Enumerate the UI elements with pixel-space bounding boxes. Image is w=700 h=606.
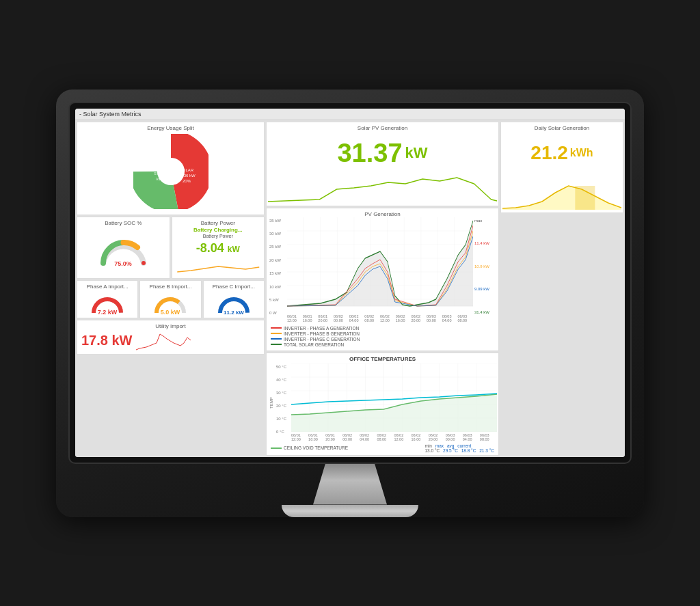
phase-c-title: Phase C Import...: [205, 282, 262, 290]
daily-solar-panel: Daily Solar Generation 21.2 kWh: [500, 122, 623, 213]
screen-bezel: - Solar System Metrics Energy Usage Spli…: [68, 102, 632, 464]
pv-generation-panel: PV Generation 35 kW 30 kW 25 kW 20 kW 15…: [266, 208, 499, 351]
office-temps-legend: CEILING VOID TEMPERATURE: [271, 445, 348, 450]
center-column: Solar PV Generation 31.37 kW: [266, 122, 499, 456]
pie-chart: LOAD 57.64 kW SOLAR 22.36 kW 20%: [133, 134, 208, 209]
phase-c-value: 11.2 kW: [224, 309, 244, 315]
battery-power-subtitle: Battery Power: [174, 234, 263, 238]
pie-label-solar: SOLAR: [179, 168, 193, 172]
solar-pv-panel: Solar PV Generation 31.37 kW: [266, 122, 499, 206]
office-temps-stats: min max avg current 13.0 °C 29.5 °C 18.8…: [425, 443, 495, 453]
pie-percent-solar: 20%: [182, 179, 191, 183]
legend-row-c: INVERTER - PHASE C GENERATION: [271, 337, 494, 342]
daily-solar-mini-chart: [502, 176, 621, 210]
pv-gen-x-axis: 06/01 12:00 06/01 16:00 06/01 20:00 06/0…: [287, 314, 473, 324]
monitor: - Solar System Metrics Energy Usage Spli…: [56, 89, 644, 517]
battery-power-panel: Battery Power Battery Charging... Batter…: [172, 217, 265, 279]
header-title: - Solar System Metrics: [79, 111, 142, 118]
battery-soc-title: Battery SOC %: [79, 219, 168, 226]
phase-row: Phase A Import... 7.2 kW: [77, 280, 265, 318]
phase-c-panel: Phase C Import... 11.2 kW: [203, 280, 265, 318]
pie-label-load: LOAD: [153, 166, 165, 170]
phase-b-panel: Phase B Import... 5.0 kW: [139, 280, 201, 318]
dashboard-header: - Solar System Metrics: [75, 109, 625, 120]
daily-solar-unit: kWh: [570, 147, 593, 159]
pie-value-load: 57.64: [154, 171, 165, 176]
battery-mini-chart: [174, 258, 263, 275]
energy-usage-split-panel: Energy Usage Split LOAD 57.64: [77, 122, 265, 215]
right-column: Daily Solar Generation 21.2 kWh: [500, 122, 623, 456]
pv-gen-y-axis: 35 kW 30 kW 25 kW 20 kW 15 kW 10 kW 5 kW…: [268, 217, 287, 324]
phase-a-value: 7.2 kW: [98, 309, 118, 315]
office-temps-panel: OFFICE TEMPERATURES TEMP 50 °C 40 °C 30 …: [266, 353, 499, 456]
monitor-stand: [309, 464, 391, 505]
monitor-base: [282, 505, 418, 517]
phase-b-value: 5.0 kW: [161, 309, 180, 315]
phase-c-gauge: 11.2 kW: [217, 291, 250, 315]
solar-pv-value: 31.37: [337, 139, 402, 168]
battery-row: Battery SOC %: [77, 217, 265, 279]
legend-row-a: INVERTER - PHASE A GENERATION: [271, 326, 494, 331]
solar-pv-title: Solar PV Generation: [268, 124, 497, 131]
battery-soc-panel: Battery SOC %: [77, 217, 170, 279]
daily-solar-title: Daily Solar Generation: [502, 124, 621, 131]
office-temps-title: OFFICE TEMPERATURES: [268, 355, 497, 363]
office-temps-x-axis: 06/01 12:00 06/01 16:00 06/01 20:00 06/0…: [291, 433, 497, 443]
battery-charging-status: Battery Charging...: [174, 226, 263, 234]
svg-point-0: [142, 261, 146, 265]
battery-power-value: -8.04 kW: [174, 238, 263, 258]
phase-a-panel: Phase A Import... 7.2 kW: [77, 280, 138, 318]
dashboard: - Solar System Metrics Energy Usage Spli…: [75, 109, 625, 457]
office-temps-footer: CEILING VOID TEMPERATURE min max avg cur…: [268, 443, 497, 454]
utility-import-value: 17.8 kW: [81, 333, 132, 348]
left-column: Energy Usage Split LOAD 57.64: [77, 122, 265, 456]
pv-gen-title: PV Generation: [268, 210, 497, 217]
utility-import-title: Utility Import: [79, 322, 262, 329]
legend-row-b: INVERTER - PHASE B GENERATION: [271, 331, 494, 336]
phase-a-gauge: 7.2 kW: [91, 291, 124, 315]
office-temps-chart: [291, 363, 497, 432]
solar-pv-mini-chart: [268, 176, 497, 203]
solar-pv-unit: kW: [405, 144, 428, 162]
pv-gen-legend: INVERTER - PHASE A GENERATION INVERTER -…: [268, 324, 497, 349]
phase-a-title: Phase A Import...: [79, 282, 136, 290]
utility-import-panel: Utility Import 17.8 kW: [77, 320, 265, 355]
battery-soc-gauge: 75.0%: [98, 229, 149, 266]
battery-power-title: Battery Power: [174, 219, 263, 226]
daily-solar-value: 21.2: [530, 142, 568, 164]
pie-percent-load: kW: [156, 177, 162, 181]
phase-b-gauge: 5.0 kW: [154, 291, 187, 315]
phase-b-title: Phase B Import...: [142, 282, 199, 290]
office-temps-y-label: TEMP: [268, 363, 275, 443]
office-temps-y-axis: 50 °C 40 °C 30 °C 20 °C 10 °C 0 °C: [275, 363, 291, 443]
pv-gen-max-labels: max 11.4 kW 10.9 kW 9.09 kW 31.4 kW: [473, 217, 497, 324]
svg-rect-37: [575, 186, 595, 210]
pie-value-solar: 22.36 kW: [178, 174, 196, 178]
legend-row-total: TOTAL SOLAR GENERATION: [271, 342, 494, 347]
energy-usage-split-title: Energy Usage Split: [79, 124, 262, 131]
battery-soc-value: 75.0%: [114, 260, 132, 266]
utility-mini-chart: [136, 331, 191, 351]
screen: - Solar System Metrics Energy Usage Spli…: [75, 109, 625, 457]
pv-gen-chart: [287, 217, 473, 313]
